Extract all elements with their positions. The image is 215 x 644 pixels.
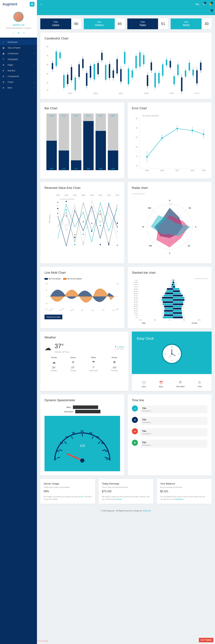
svg-point-156 — [108, 241, 109, 242]
stat-tasks[interactable]: TodayTasks51 — [127, 18, 168, 29]
nav-dashboard[interactable]: ⌂Dashboard — [0, 39, 37, 45]
svg-rect-13 — [63, 75, 65, 88]
svg-text:2014: 2014 — [98, 115, 103, 117]
svg-text:March: March — [70, 308, 74, 312]
linemulti-chart: 10050 0-50 -100 1000-100 January Februar… — [44, 281, 120, 312]
location-link[interactable]: 📍 Location — [114, 346, 124, 348]
svg-text:1962: 1962 — [98, 194, 102, 196]
radar-title: Radar chart — [132, 186, 208, 190]
svg-point-166 — [57, 208, 58, 209]
marketplace-link[interactable]: marketplace — [174, 498, 184, 500]
timeline-item: ●TitleDescription... — [132, 428, 208, 436]
svg-text:3: 3 — [178, 353, 179, 355]
svg-rect-85 — [200, 62, 202, 70]
stat-alerts[interactable]: TodayAlerts30 — [171, 18, 212, 29]
nav-more[interactable]: ⊕More› — [0, 85, 37, 91]
km-input[interactable] — [75, 410, 100, 413]
svg-line-238 — [64, 442, 66, 444]
svg-rect-105 — [83, 121, 94, 170]
miles-input[interactable] — [73, 406, 98, 409]
svg-point-247 — [80, 458, 84, 463]
svg-text:32: 32 — [46, 54, 48, 56]
svg-point-163 — [100, 225, 101, 226]
svg-rect-33 — [101, 53, 103, 60]
settings-icon[interactable]: ⚙ — [18, 32, 20, 34]
stat-users[interactable]: TodayUsers90 — [40, 18, 81, 29]
svg-text:20: 20 — [60, 442, 63, 444]
nav-mail-box[interactable]: ✉Mail Box — [0, 68, 37, 74]
w3layouts-link[interactable]: W3layouts — [142, 510, 151, 512]
svg-rect-73 — [177, 65, 179, 75]
nav-charts[interactable]: ◔Charts› — [0, 79, 37, 85]
svg-text:34: 34 — [46, 46, 48, 48]
svg-point-175 — [66, 216, 67, 216]
user-icon[interactable]: ♡ — [12, 32, 14, 34]
nav-tabs-panels[interactable]: ▦Tabs & Panels› — [0, 45, 37, 51]
nav-typography[interactable]: ✎Typography — [0, 56, 37, 62]
svg-text:0: 0 — [46, 296, 47, 298]
logo[interactable]: Augment — [2, 2, 17, 6]
svg-rect-59 — [151, 62, 152, 70]
svg-text:2009: 2009 — [202, 170, 206, 172]
svg-text:100: 100 — [74, 168, 78, 170]
svg-text:-100: -100 — [116, 308, 118, 310]
messages-icon[interactable]: ✉3 — [203, 3, 205, 5]
svg-rect-11 — [59, 52, 61, 58]
svg-text:40: 40 — [72, 432, 75, 434]
svg-text:2015: 2015 — [111, 115, 115, 117]
pro-link[interactable]: Pro — [80, 496, 83, 498]
nav-ui-elements[interactable]: ▣Ui Elements› — [0, 51, 37, 56]
nav-components[interactable]: ⚙Components› — [0, 74, 37, 79]
svg-point-178 — [91, 223, 92, 224]
clock-type-alarm[interactable]: ⏰Alarm — [159, 381, 163, 388]
svg-point-171 — [100, 244, 101, 245]
stat-visitors[interactable]: TodayVisitors85 — [84, 18, 125, 29]
candlestick-chart: 34 32 30 28 26 24 06/07 06/14 06/21 06/2… — [44, 44, 208, 94]
clock-type-clock[interactable]: 🕐Clock — [142, 381, 146, 388]
search-icon[interactable]: ⌕ — [40, 3, 42, 6]
weather-day-thursday: Snowy❄-10°Thursday — [111, 356, 118, 372]
svg-text:10: 10 — [136, 165, 138, 167]
svg-text:50: 50 — [80, 430, 84, 433]
error-card: Error Chart JS chart by amCharts 35 30 2… — [128, 102, 212, 179]
earnings-card: Today Earnings This is Today earnings pe… — [98, 479, 154, 504]
svg-text:200: 200 — [111, 168, 114, 170]
svg-text:9: 9 — [164, 353, 165, 355]
svg-text:May: May — [91, 309, 94, 312]
nav-pages[interactable]: 🗎Pages› — [0, 62, 37, 68]
clock-type-timer[interactable]: ⏲Timer — [198, 381, 202, 388]
notifications-icon[interactable]: 🔔8 — [209, 3, 212, 5]
logout-icon[interactable]: ⇥ — [23, 32, 24, 34]
svg-rect-83 — [196, 70, 198, 84]
svg-text:January: January — [49, 308, 54, 312]
svg-text:1938: 1938 — [73, 194, 77, 196]
linemulti-title: Line Multi Chart — [44, 271, 120, 274]
svg-rect-75 — [181, 78, 182, 91]
svg-text:24: 24 — [46, 89, 48, 91]
svg-text:06/28: 06/28 — [144, 92, 149, 94]
svg-rect-57 — [147, 75, 148, 86]
svg-text:S: S — [169, 252, 170, 254]
weather-day-monday: Cloudy☁20°Monday — [51, 356, 57, 372]
cart-icon[interactable]: 🛒0 — [209, 10, 212, 13]
country-select[interactable]: Italy — [195, 3, 199, 5]
svg-rect-97 — [58, 150, 69, 170]
svg-text:80: 80 — [101, 442, 104, 444]
error-chart: JS chart by amCharts 35 30 25 20 15 10 2… — [132, 114, 208, 174]
reversed-title: Reversed Value Axis Chart — [44, 186, 120, 190]
randomize-button[interactable]: Randomize Data — [44, 314, 62, 319]
svg-rect-49 — [132, 70, 133, 78]
server-card: Server Usage Today server usage in perce… — [40, 479, 95, 504]
svg-text:15: 15 — [136, 156, 138, 157]
svg-rect-21 — [78, 64, 80, 77]
svg-text:28: 28 — [46, 73, 48, 75]
svg-rect-61 — [154, 73, 156, 88]
menu-toggle[interactable] — [30, 2, 34, 6]
svg-line-222 — [172, 354, 176, 356]
profile: Jasmin Leo System Administrator in Compa… — [0, 8, 37, 38]
clock-type-stop-watch[interactable]: ⏱Stop watch — [176, 381, 184, 388]
svg-rect-77 — [185, 70, 186, 77]
bonuses-link[interactable]: bonuses — [116, 498, 122, 500]
svg-text:2012: 2012 — [74, 115, 78, 117]
avatar[interactable] — [14, 12, 24, 22]
